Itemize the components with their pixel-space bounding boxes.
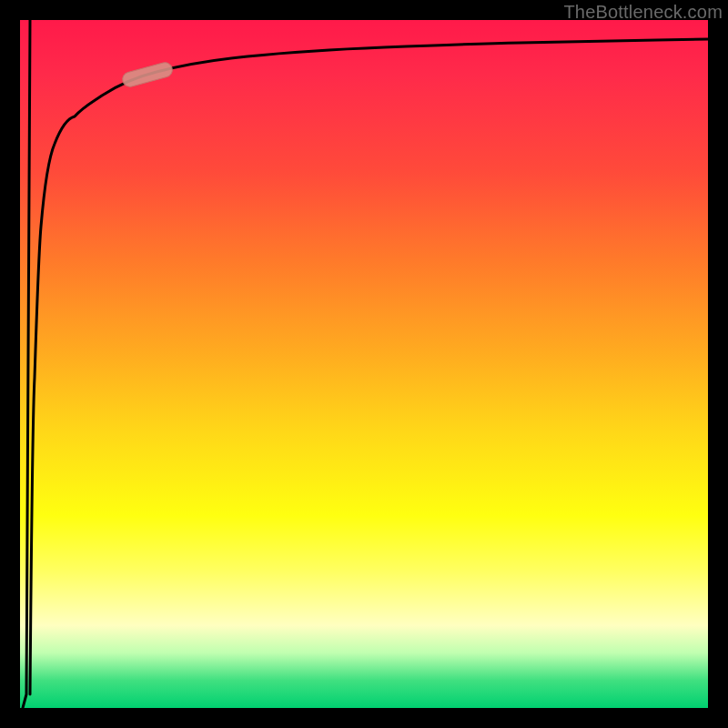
watermark-text: TheBottleneck.com: [563, 2, 723, 23]
plot-gradient-background: [20, 20, 708, 708]
chart-frame: TheBottleneck.com: [0, 0, 728, 728]
